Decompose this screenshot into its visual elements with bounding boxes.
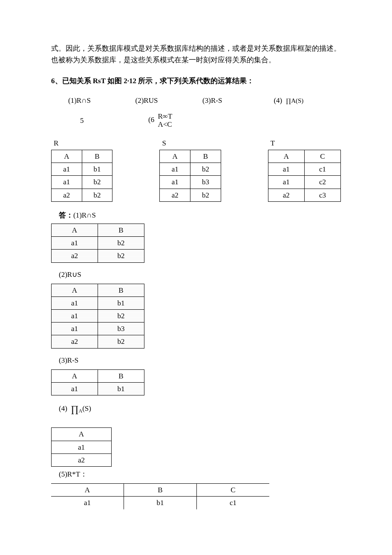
ans2-cell: a2 <box>52 335 98 348</box>
table-s-label: S <box>159 137 221 149</box>
expressions-block: (1)R∩S (2)RUS (3)R-S (4) ∏A(S) 5 (6 R∞T … <box>68 95 341 129</box>
table-t-head-c: C <box>304 150 340 163</box>
table-s-cell: b2 <box>190 189 221 201</box>
table-t-head-a: A <box>268 150 304 163</box>
answer-3-table: AB a1b1 <box>51 369 144 395</box>
table-r-head-b: B <box>82 150 112 163</box>
ans3-head-a: A <box>52 369 98 382</box>
ans2-head-a: A <box>52 284 98 296</box>
answer-4-table: A a1 a2 <box>51 427 112 467</box>
table-r-cell: a2 <box>52 189 82 201</box>
ans2-head-b: B <box>98 284 144 296</box>
table-s: AB a1b2 a1b3 a2b2 <box>159 150 221 202</box>
table-r-cell: a1 <box>52 163 82 176</box>
ans2-cell: b2 <box>98 310 144 323</box>
table-t-cell: a1 <box>268 176 304 189</box>
answer-2-label: (2)R∪S <box>59 269 341 280</box>
expr-5: 5 <box>68 115 148 126</box>
ans5-head-a: A <box>51 484 124 497</box>
ans5-head-b: B <box>124 484 197 497</box>
q6-body-2: 如图 <box>107 77 124 85</box>
q6-fig: 2·12 <box>124 77 138 85</box>
table-t-cell: c3 <box>304 189 340 201</box>
ans5-head-c: C <box>197 484 270 497</box>
expr-4-body: ∏A(S) <box>286 97 304 104</box>
ans3-cell: b1 <box>98 383 144 395</box>
pi-icon: ∏ <box>71 404 78 414</box>
table-s-head-b: B <box>190 150 221 163</box>
table-r-cell: b2 <box>82 176 112 189</box>
ans1-cell: b2 <box>98 237 144 250</box>
answer-1-label: 答：(1)R∩S <box>59 209 341 221</box>
answer-5-table: A B C a1 b1 c1 <box>51 483 269 509</box>
ans4-paren: (S) <box>82 404 91 413</box>
ans4-cell: a1 <box>52 441 112 453</box>
table-t-cell: a1 <box>268 163 304 176</box>
ans3-cell: a1 <box>52 383 98 395</box>
ans4-subscript: A <box>78 408 82 414</box>
expr-4-num: (4) <box>274 96 282 105</box>
ans1-head-b: B <box>98 224 144 236</box>
table-s-cell: b3 <box>190 176 221 189</box>
table-r-cell: b2 <box>82 189 112 201</box>
ans4-head-a: A <box>52 428 112 441</box>
ans1-cell: b2 <box>98 250 144 262</box>
ans2-cell: a1 <box>52 296 98 309</box>
q6-body-1: 已知关系 <box>62 77 93 85</box>
expr-6-top: R∞T <box>158 112 172 121</box>
answer-1-text: (1)R∩S <box>73 211 96 219</box>
ans4-cell: a2 <box>52 453 112 466</box>
answer-2-table: AB a1b1 a1b2 a1b3 a2b2 <box>51 284 144 349</box>
ans3-head-b: B <box>98 369 144 382</box>
table-s-head-a: A <box>160 150 190 163</box>
expr-4: (4) ∏A(S) <box>274 95 341 106</box>
ans2-cell: b1 <box>98 296 144 309</box>
answer-5-label: (5)R*T： <box>59 468 341 480</box>
table-t-cell: a2 <box>268 189 304 201</box>
q6-prefix: 6、 <box>51 77 62 85</box>
expr-1: (1)R∩S <box>68 95 135 106</box>
table-r: AB a1b1 a1b2 a2b2 <box>51 150 112 202</box>
table-t: AC a1c1 a1c2 a2c3 <box>268 150 341 202</box>
ans5-cell: b1 <box>124 497 197 509</box>
question-6: 6、已知关系 RsT 如图 2·12 所示，求下列关系代数的运算结果： <box>51 75 341 87</box>
ans2-cell: b3 <box>98 323 144 335</box>
q6-rst: RsT <box>93 77 107 85</box>
table-t-label: T <box>268 137 341 149</box>
expr-6-num: (6 <box>148 116 154 124</box>
intro-paragraph: 式。因此，关系数据库模式是对关系数据库结构的描述，或者是对关系数据库框架的描述。… <box>51 43 341 66</box>
table-s-cell: a2 <box>160 189 190 201</box>
answer-4-label: (4) ∏A(S) <box>59 401 341 416</box>
source-tables: R AB a1b1 a1b2 a2b2 S AB a1b2 a1b3 a2b2 … <box>51 137 341 202</box>
table-r-label: R <box>51 137 112 149</box>
answer-1-table: AB a1b2 a2b2 <box>51 224 144 263</box>
table-r-cell: b1 <box>82 163 112 176</box>
ans5-cell: c1 <box>197 497 270 509</box>
ans4-num: (4) <box>59 404 67 413</box>
ans1-head-a: A <box>52 224 98 236</box>
table-t-cell: c2 <box>304 176 340 189</box>
ans1-cell: a1 <box>52 237 98 250</box>
ans2-cell: a1 <box>52 310 98 323</box>
ans2-cell: b2 <box>98 335 144 348</box>
expr-3: (3)R-S <box>202 95 274 106</box>
table-s-cell: a1 <box>160 176 190 189</box>
ans2-cell: a1 <box>52 323 98 335</box>
table-t-cell: c1 <box>304 163 340 176</box>
answer-3-label: (3)R-S <box>59 355 341 366</box>
answer-prefix: 答： <box>59 211 73 219</box>
table-s-cell: a1 <box>160 163 190 176</box>
ans1-cell: a2 <box>52 250 98 262</box>
table-r-cell: a1 <box>52 176 82 189</box>
table-s-cell: b2 <box>190 163 221 176</box>
ans5-cell: a1 <box>51 497 124 509</box>
table-r-head-a: A <box>52 150 82 163</box>
expr-6: (6 R∞T A<C <box>148 112 216 129</box>
expr-6-bot: A<C <box>158 120 172 129</box>
expr-2: (2)RUS <box>135 95 203 106</box>
q6-body-3: 所示，求下列关系代数的运算结果： <box>138 77 254 85</box>
